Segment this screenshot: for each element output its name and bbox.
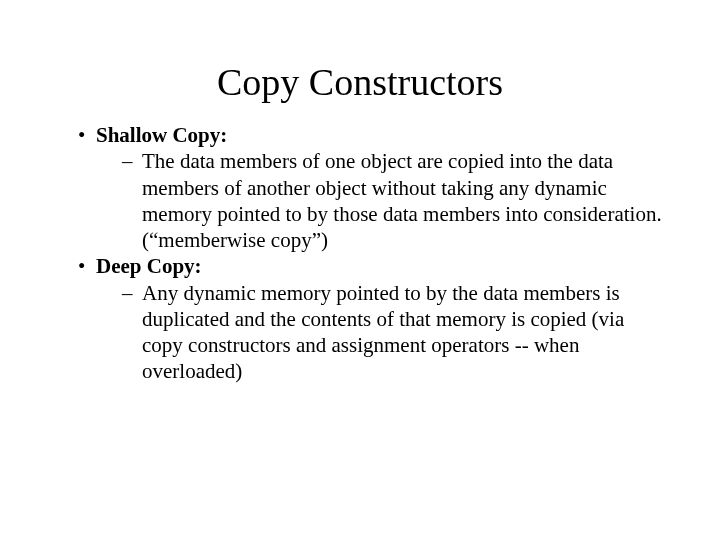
slide-title: Copy Constructors — [50, 60, 670, 104]
bullet-item: Shallow Copy: The data members of one ob… — [78, 122, 670, 253]
sub-item: The data members of one object are copie… — [122, 148, 670, 253]
bullet-label: Deep Copy: — [96, 254, 202, 278]
bullet-list: Shallow Copy: The data members of one ob… — [50, 122, 670, 385]
bullet-label: Shallow Copy: — [96, 123, 227, 147]
bullet-item: Deep Copy: Any dynamic memory pointed to… — [78, 253, 670, 384]
sub-item: Any dynamic memory pointed to by the dat… — [122, 280, 670, 385]
sub-list: Any dynamic memory pointed to by the dat… — [96, 280, 670, 385]
sub-list: The data members of one object are copie… — [96, 148, 670, 253]
